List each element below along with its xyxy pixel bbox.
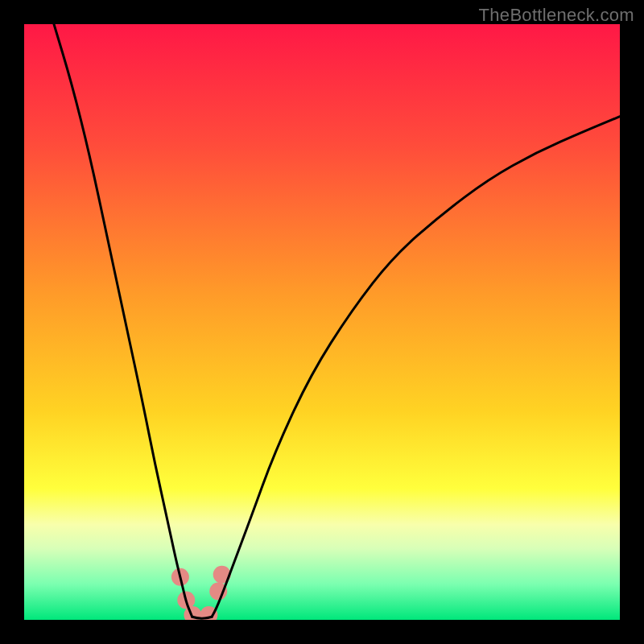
chart-svg xyxy=(24,24,620,620)
plot-area xyxy=(24,24,620,620)
gradient-bg xyxy=(24,24,620,620)
chart-frame: TheBottleneck.com xyxy=(0,0,644,644)
watermark-text: TheBottleneck.com xyxy=(479,5,634,26)
